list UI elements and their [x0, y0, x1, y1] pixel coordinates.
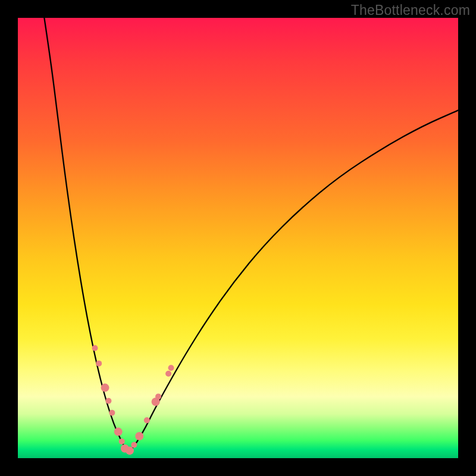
sample-dot — [168, 365, 174, 371]
plot-area — [18, 18, 458, 458]
curve-svg — [18, 18, 458, 458]
chart-frame: TheBottleneck.com — [0, 0, 476, 476]
watermark-text: TheBottleneck.com — [351, 2, 470, 18]
sample-dot — [155, 393, 161, 399]
sample-dot — [101, 384, 109, 392]
sample-dot — [144, 417, 150, 423]
sample-dots — [92, 345, 174, 455]
sample-dot — [131, 442, 137, 448]
sample-dot — [105, 398, 111, 404]
sample-dot — [165, 371, 171, 377]
sample-dot — [114, 428, 123, 436]
sample-dot — [109, 410, 115, 416]
sample-dot — [119, 439, 125, 444]
sample-dot — [92, 345, 98, 351]
sample-dot — [126, 446, 134, 455]
sample-dot — [96, 361, 102, 367]
sample-dot — [135, 432, 143, 440]
